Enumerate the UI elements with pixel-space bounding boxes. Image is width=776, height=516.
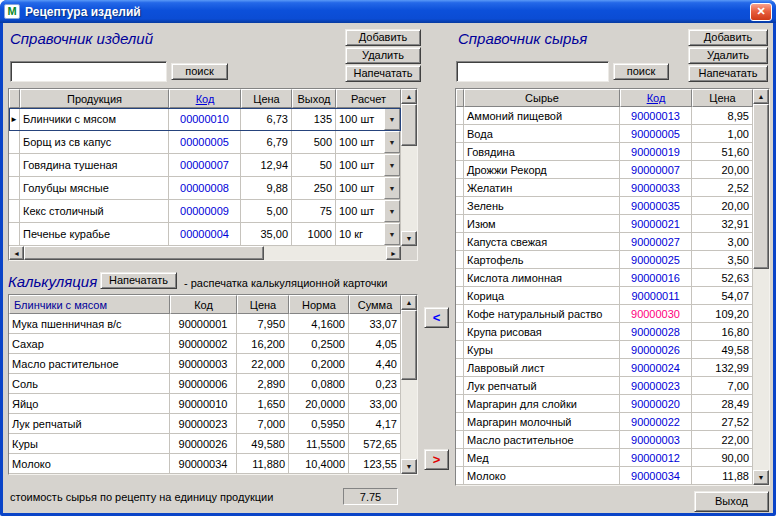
- ingredient-norm-cell[interactable]: 0,2000: [289, 354, 349, 374]
- transfer-right-button[interactable]: >: [424, 449, 449, 470]
- materials-vscrollbar[interactable]: ▲ ▼: [753, 89, 769, 485]
- ingredient-sum-cell[interactable]: 33,07: [349, 314, 401, 334]
- ingredient-sum-cell[interactable]: 123,55: [349, 454, 401, 474]
- material-name-cell[interactable]: Крупа рисовая: [464, 323, 620, 341]
- material-price-cell[interactable]: 2,52: [692, 179, 753, 197]
- material-row[interactable]: Кофе натуральный раство90000030109,20: [456, 305, 753, 323]
- product-yield-cell[interactable]: 1000: [292, 223, 336, 246]
- calc-unit-combobox[interactable]: 100 шт▼: [336, 131, 401, 154]
- ingredient-code-cell[interactable]: 90000026: [170, 434, 237, 454]
- material-code-cell[interactable]: 90000028: [620, 323, 692, 341]
- calc-print-button[interactable]: Напечатать: [100, 272, 177, 289]
- material-code-cell[interactable]: 90000030: [620, 305, 692, 323]
- material-code-cell[interactable]: 90000011: [620, 287, 692, 305]
- material-price-cell[interactable]: 7,00: [692, 377, 753, 395]
- ingredient-sum-cell[interactable]: 4,40: [349, 354, 401, 374]
- scroll-up-icon[interactable]: ▲: [753, 89, 769, 104]
- dropdown-icon[interactable]: ▼: [384, 223, 400, 245]
- scroll-up-icon[interactable]: ▲: [401, 89, 417, 104]
- calc-row[interactable]: Масло растительное9000000322,0000,20004,…: [9, 354, 401, 374]
- scroll-thumb[interactable]: [753, 104, 769, 269]
- scroll-track[interactable]: [401, 104, 417, 231]
- materials-print-button[interactable]: Напечатать: [688, 65, 768, 82]
- product-price-cell[interactable]: 6,79: [241, 131, 292, 154]
- products-add-button[interactable]: Добавить: [345, 29, 421, 46]
- material-code-cell[interactable]: 90000035: [620, 197, 692, 215]
- ingredient-code-cell[interactable]: 90000003: [170, 354, 237, 374]
- material-code-cell[interactable]: 90000024: [620, 359, 692, 377]
- calc-row[interactable]: Молоко9000003411,88010,4000123,55: [9, 454, 401, 474]
- scroll-thumb[interactable]: [401, 104, 417, 146]
- ingredient-sum-cell[interactable]: 0,23: [349, 374, 401, 394]
- material-row[interactable]: Картофель900000253,50: [456, 251, 753, 269]
- scroll-down-icon[interactable]: ▼: [401, 231, 417, 246]
- ingredient-price-cell[interactable]: 7,950: [237, 314, 289, 334]
- product-row[interactable]: ►Блинчики с мясом000000106,73135100 шт▼: [9, 108, 401, 131]
- material-price-cell[interactable]: 49,58: [692, 341, 753, 359]
- product-row[interactable]: Голубцы мясные000000089,88250100 шт▼: [9, 177, 401, 200]
- ingredient-price-cell[interactable]: 7,000: [237, 414, 289, 434]
- calc-row[interactable]: Соль900000062,8900,08000,23: [9, 374, 401, 394]
- calc-row[interactable]: Сахар9000000216,2000,25004,05: [9, 334, 401, 354]
- material-code-cell[interactable]: 90000012: [620, 449, 692, 467]
- ingredient-code-cell[interactable]: 90000034: [170, 454, 237, 474]
- ingredient-code-cell[interactable]: 90000010: [170, 394, 237, 414]
- product-code-cell[interactable]: 00000007: [169, 154, 241, 177]
- material-row[interactable]: Вода900000051,00: [456, 125, 753, 143]
- ingredient-code-cell[interactable]: 90000002: [170, 334, 237, 354]
- calc-vscrollbar[interactable]: ▲ ▼: [401, 295, 417, 474]
- material-code-cell[interactable]: 90000023: [620, 377, 692, 395]
- ingredient-norm-cell[interactable]: 0,5950: [289, 414, 349, 434]
- ingredient-norm-cell[interactable]: 0,0800: [289, 374, 349, 394]
- material-name-cell[interactable]: Говядина: [464, 143, 620, 161]
- material-name-cell[interactable]: Куры: [464, 341, 620, 359]
- product-name-cell[interactable]: Кекс столичный: [20, 200, 169, 223]
- calc-row[interactable]: Куры9000002649,58011,5500572,65: [9, 434, 401, 454]
- material-name-cell[interactable]: Аммоний пищевой: [464, 107, 620, 125]
- material-name-cell[interactable]: Желатин: [464, 179, 620, 197]
- ingredient-norm-cell[interactable]: 0,2500: [289, 334, 349, 354]
- material-row[interactable]: Корица9000001154,07: [456, 287, 753, 305]
- ingredient-norm-cell[interactable]: 4,1600: [289, 314, 349, 334]
- dropdown-icon[interactable]: ▼: [384, 200, 400, 222]
- material-price-cell[interactable]: 20,00: [692, 161, 753, 179]
- material-row[interactable]: Мед9000001290,00: [456, 449, 753, 467]
- material-price-cell[interactable]: 28,49: [692, 395, 753, 413]
- product-code-cell[interactable]: 00000004: [169, 223, 241, 246]
- close-button[interactable]: ✕: [750, 3, 772, 21]
- titlebar[interactable]: M Рецептура изделий ✕: [0, 0, 776, 23]
- ingredient-code-cell[interactable]: 90000006: [170, 374, 237, 394]
- material-code-cell[interactable]: 90000007: [620, 161, 692, 179]
- material-price-cell[interactable]: 22,00: [692, 431, 753, 449]
- material-price-cell[interactable]: 54,07: [692, 287, 753, 305]
- exit-button[interactable]: Выход: [694, 491, 769, 512]
- ingredient-name-cell[interactable]: Соль: [9, 374, 170, 394]
- material-code-cell[interactable]: 90000025: [620, 251, 692, 269]
- scroll-thumb[interactable]: [401, 310, 417, 380]
- ingredient-norm-cell[interactable]: 20,0000: [289, 394, 349, 414]
- ingredient-price-cell[interactable]: 11,880: [237, 454, 289, 474]
- ingredient-norm-cell[interactable]: 10,4000: [289, 454, 349, 474]
- ingredient-code-cell[interactable]: 90000023: [170, 414, 237, 434]
- ingredient-sum-cell[interactable]: 33,00: [349, 394, 401, 414]
- material-row[interactable]: Дрожжи Рекорд9000000720,00: [456, 161, 753, 179]
- ingredient-name-cell[interactable]: Масло растительное: [9, 354, 170, 374]
- products-hscrollbar[interactable]: ◄ ►: [9, 246, 401, 260]
- material-code-cell[interactable]: 90000021: [620, 215, 692, 233]
- ingredient-name-cell[interactable]: Сахар: [9, 334, 170, 354]
- material-name-cell[interactable]: Лук репчатый: [464, 377, 620, 395]
- material-name-cell[interactable]: Вода: [464, 125, 620, 143]
- material-name-cell[interactable]: Молоко: [464, 467, 620, 485]
- materials-search-button[interactable]: поиск: [613, 63, 669, 80]
- material-code-cell[interactable]: 90000033: [620, 179, 692, 197]
- ingredient-price-cell[interactable]: 16,200: [237, 334, 289, 354]
- material-name-cell[interactable]: Капуста свежая: [464, 233, 620, 251]
- ingredient-name-cell[interactable]: Мука пшенничная в/с: [9, 314, 170, 334]
- material-code-cell[interactable]: 90000022: [620, 413, 692, 431]
- material-name-cell[interactable]: Масло растительное: [464, 431, 620, 449]
- ingredient-name-cell[interactable]: Молоко: [9, 454, 170, 474]
- calc-row[interactable]: Лук репчатый900000237,0000,59504,17: [9, 414, 401, 434]
- material-price-cell[interactable]: 8,95: [692, 107, 753, 125]
- scroll-track[interactable]: [753, 104, 769, 470]
- material-row[interactable]: Масло растительное9000000322,00: [456, 431, 753, 449]
